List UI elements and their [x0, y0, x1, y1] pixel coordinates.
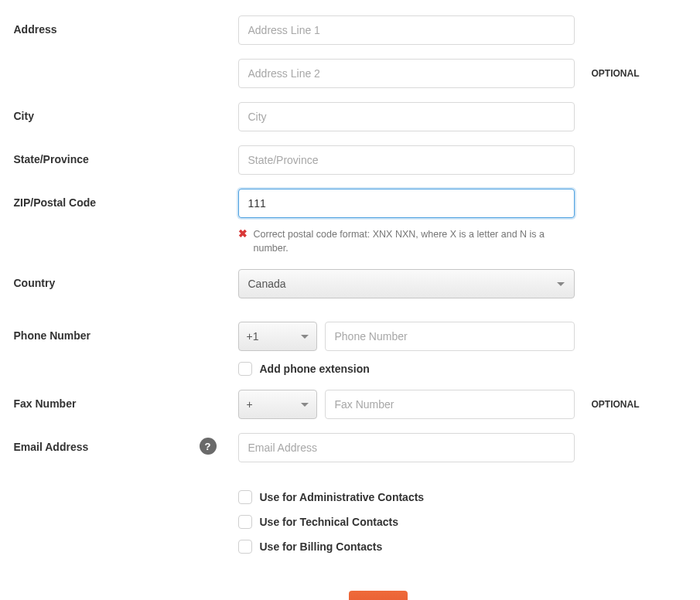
row-email: Email Address ? — [14, 433, 687, 462]
label-phone: Phone Number — [14, 322, 238, 342]
row-city: City — [14, 102, 687, 131]
label-state: State/Province — [14, 145, 238, 165]
state-input[interactable] — [238, 145, 575, 175]
label-country: Country — [14, 269, 238, 289]
label-address: Address — [14, 15, 238, 36]
admin-contact-label: Use for Administrative Contacts — [260, 491, 425, 503]
form-actions: Next Cancel — [238, 591, 575, 600]
row-address: Address — [14, 15, 687, 45]
billing-contact-row: Use for Billing Contacts — [238, 540, 575, 554]
billing-contact-label: Use for Billing Contacts — [260, 540, 383, 553]
chevron-down-icon — [557, 282, 565, 286]
tech-contact-label: Use for Technical Contacts — [260, 516, 398, 528]
row-address2: OPTIONAL — [14, 59, 687, 88]
country-select[interactable]: Canada — [238, 269, 575, 298]
fax-optional-tag: OPTIONAL — [575, 390, 660, 410]
contacts-checkboxes: Use for Administrative Contacts Use for … — [238, 490, 575, 554]
add-extension-checkbox[interactable] — [238, 362, 252, 376]
country-select-value: Canada — [248, 278, 286, 290]
address-line-2-input[interactable] — [238, 59, 575, 88]
label-zip: ZIP/Postal Code — [14, 189, 238, 209]
row-country: Country Canada — [14, 269, 687, 298]
zip-input[interactable] — [238, 189, 575, 218]
row-phone: Phone Number +1 Add phone extension — [14, 322, 687, 376]
tech-contact-row: Use for Technical Contacts — [238, 515, 575, 529]
row-state: State/Province — [14, 145, 687, 175]
zip-error-text: Correct postal code format: XNX NXN, whe… — [254, 227, 575, 255]
address2-optional-tag: OPTIONAL — [575, 59, 660, 79]
admin-contact-checkbox[interactable] — [238, 490, 252, 504]
label-city: City — [14, 102, 238, 122]
row-zip: ZIP/Postal Code ✖ Correct postal code fo… — [14, 189, 687, 255]
fax-prefix-select[interactable]: + — [238, 390, 317, 419]
chevron-down-icon — [301, 335, 309, 339]
admin-contact-row: Use for Administrative Contacts — [238, 490, 575, 504]
phone-prefix-value: +1 — [247, 330, 259, 343]
fax-input[interactable] — [325, 390, 575, 419]
next-button[interactable]: Next — [349, 591, 408, 600]
fax-prefix-value: + — [247, 398, 253, 411]
error-x-icon: ✖ — [238, 227, 248, 240]
chevron-down-icon — [301, 403, 309, 407]
city-input[interactable] — [238, 102, 575, 131]
label-fax: Fax Number — [14, 390, 238, 410]
tech-contact-checkbox[interactable] — [238, 515, 252, 529]
label-email: Email Address ? — [14, 433, 238, 453]
zip-error: ✖ Correct postal code format: XNX NXN, w… — [238, 227, 575, 255]
help-icon[interactable]: ? — [200, 438, 217, 455]
phone-input[interactable] — [325, 322, 575, 351]
add-extension-row: Add phone extension — [238, 362, 575, 376]
address-line-1-input[interactable] — [238, 15, 575, 45]
email-input[interactable] — [238, 433, 575, 462]
billing-contact-checkbox[interactable] — [238, 540, 252, 554]
add-extension-label: Add phone extension — [260, 363, 370, 375]
phone-prefix-select[interactable]: +1 — [238, 322, 317, 351]
row-fax: Fax Number + OPTIONAL — [14, 390, 687, 419]
